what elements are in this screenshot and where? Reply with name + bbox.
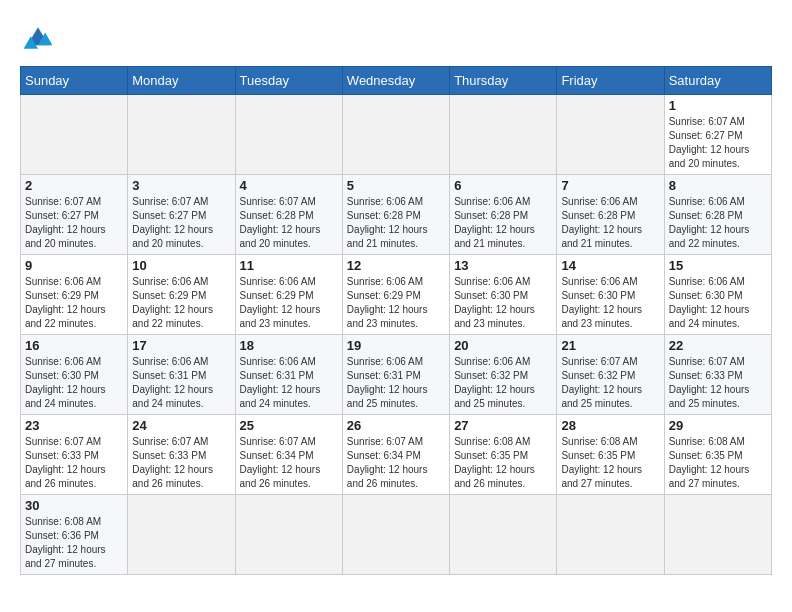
calendar-day-cell: 6Sunrise: 6:06 AM Sunset: 6:28 PM Daylig… [450,175,557,255]
day-number: 15 [669,258,767,273]
calendar-day-cell [450,495,557,575]
day-info: Sunrise: 6:06 AM Sunset: 6:30 PM Dayligh… [25,355,123,411]
calendar-day-cell: 13Sunrise: 6:06 AM Sunset: 6:30 PM Dayli… [450,255,557,335]
calendar-week-row: 23Sunrise: 6:07 AM Sunset: 6:33 PM Dayli… [21,415,772,495]
day-info: Sunrise: 6:06 AM Sunset: 6:29 PM Dayligh… [132,275,230,331]
day-number: 18 [240,338,338,353]
day-number: 2 [25,178,123,193]
calendar-day-cell: 11Sunrise: 6:06 AM Sunset: 6:29 PM Dayli… [235,255,342,335]
calendar-day-cell: 21Sunrise: 6:07 AM Sunset: 6:32 PM Dayli… [557,335,664,415]
day-number: 17 [132,338,230,353]
day-info: Sunrise: 6:07 AM Sunset: 6:34 PM Dayligh… [240,435,338,491]
day-info: Sunrise: 6:07 AM Sunset: 6:33 PM Dayligh… [132,435,230,491]
calendar-day-cell [557,95,664,175]
calendar-day-cell [557,495,664,575]
day-of-week-header: Wednesday [342,67,449,95]
day-number: 29 [669,418,767,433]
day-info: Sunrise: 6:08 AM Sunset: 6:35 PM Dayligh… [669,435,767,491]
day-info: Sunrise: 6:07 AM Sunset: 6:27 PM Dayligh… [669,115,767,171]
calendar-day-cell: 15Sunrise: 6:06 AM Sunset: 6:30 PM Dayli… [664,255,771,335]
day-info: Sunrise: 6:07 AM Sunset: 6:32 PM Dayligh… [561,355,659,411]
day-number: 24 [132,418,230,433]
calendar-day-cell: 8Sunrise: 6:06 AM Sunset: 6:28 PM Daylig… [664,175,771,255]
day-info: Sunrise: 6:07 AM Sunset: 6:34 PM Dayligh… [347,435,445,491]
calendar-week-row: 30Sunrise: 6:08 AM Sunset: 6:36 PM Dayli… [21,495,772,575]
calendar-day-cell: 20Sunrise: 6:06 AM Sunset: 6:32 PM Dayli… [450,335,557,415]
calendar-week-row: 1Sunrise: 6:07 AM Sunset: 6:27 PM Daylig… [21,95,772,175]
days-of-week-row: SundayMondayTuesdayWednesdayThursdayFrid… [21,67,772,95]
day-number: 27 [454,418,552,433]
day-of-week-header: Thursday [450,67,557,95]
calendar-day-cell: 12Sunrise: 6:06 AM Sunset: 6:29 PM Dayli… [342,255,449,335]
calendar-day-cell: 30Sunrise: 6:08 AM Sunset: 6:36 PM Dayli… [21,495,128,575]
day-number: 16 [25,338,123,353]
calendar-day-cell: 1Sunrise: 6:07 AM Sunset: 6:27 PM Daylig… [664,95,771,175]
day-number: 26 [347,418,445,433]
day-number: 28 [561,418,659,433]
day-info: Sunrise: 6:06 AM Sunset: 6:28 PM Dayligh… [347,195,445,251]
day-info: Sunrise: 6:07 AM Sunset: 6:27 PM Dayligh… [132,195,230,251]
day-info: Sunrise: 6:06 AM Sunset: 6:28 PM Dayligh… [669,195,767,251]
day-number: 12 [347,258,445,273]
day-info: Sunrise: 6:07 AM Sunset: 6:27 PM Dayligh… [25,195,123,251]
calendar-header: SundayMondayTuesdayWednesdayThursdayFrid… [21,67,772,95]
calendar-day-cell: 5Sunrise: 6:06 AM Sunset: 6:28 PM Daylig… [342,175,449,255]
day-info: Sunrise: 6:06 AM Sunset: 6:31 PM Dayligh… [132,355,230,411]
calendar-day-cell: 19Sunrise: 6:06 AM Sunset: 6:31 PM Dayli… [342,335,449,415]
calendar-body: 1Sunrise: 6:07 AM Sunset: 6:27 PM Daylig… [21,95,772,575]
day-number: 25 [240,418,338,433]
day-of-week-header: Monday [128,67,235,95]
day-info: Sunrise: 6:06 AM Sunset: 6:30 PM Dayligh… [454,275,552,331]
calendar-day-cell: 27Sunrise: 6:08 AM Sunset: 6:35 PM Dayli… [450,415,557,495]
day-info: Sunrise: 6:06 AM Sunset: 6:32 PM Dayligh… [454,355,552,411]
calendar-day-cell: 18Sunrise: 6:06 AM Sunset: 6:31 PM Dayli… [235,335,342,415]
day-of-week-header: Tuesday [235,67,342,95]
logo-icon [20,20,56,56]
day-of-week-header: Friday [557,67,664,95]
day-number: 7 [561,178,659,193]
calendar-day-cell: 9Sunrise: 6:06 AM Sunset: 6:29 PM Daylig… [21,255,128,335]
day-number: 21 [561,338,659,353]
calendar-day-cell: 14Sunrise: 6:06 AM Sunset: 6:30 PM Dayli… [557,255,664,335]
page-header [20,20,772,56]
calendar-week-row: 2Sunrise: 6:07 AM Sunset: 6:27 PM Daylig… [21,175,772,255]
day-number: 11 [240,258,338,273]
calendar-day-cell: 25Sunrise: 6:07 AM Sunset: 6:34 PM Dayli… [235,415,342,495]
day-info: Sunrise: 6:07 AM Sunset: 6:33 PM Dayligh… [669,355,767,411]
day-info: Sunrise: 6:06 AM Sunset: 6:28 PM Dayligh… [561,195,659,251]
calendar-day-cell: 23Sunrise: 6:07 AM Sunset: 6:33 PM Dayli… [21,415,128,495]
calendar-day-cell: 17Sunrise: 6:06 AM Sunset: 6:31 PM Dayli… [128,335,235,415]
calendar-week-row: 16Sunrise: 6:06 AM Sunset: 6:30 PM Dayli… [21,335,772,415]
day-info: Sunrise: 6:06 AM Sunset: 6:30 PM Dayligh… [561,275,659,331]
day-number: 5 [347,178,445,193]
day-info: Sunrise: 6:06 AM Sunset: 6:30 PM Dayligh… [669,275,767,331]
calendar-day-cell: 29Sunrise: 6:08 AM Sunset: 6:35 PM Dayli… [664,415,771,495]
day-info: Sunrise: 6:06 AM Sunset: 6:29 PM Dayligh… [25,275,123,331]
calendar-day-cell: 7Sunrise: 6:06 AM Sunset: 6:28 PM Daylig… [557,175,664,255]
day-info: Sunrise: 6:08 AM Sunset: 6:35 PM Dayligh… [561,435,659,491]
calendar-day-cell: 26Sunrise: 6:07 AM Sunset: 6:34 PM Dayli… [342,415,449,495]
day-info: Sunrise: 6:08 AM Sunset: 6:35 PM Dayligh… [454,435,552,491]
calendar-day-cell [128,95,235,175]
calendar-day-cell: 10Sunrise: 6:06 AM Sunset: 6:29 PM Dayli… [128,255,235,335]
day-of-week-header: Saturday [664,67,771,95]
day-info: Sunrise: 6:07 AM Sunset: 6:28 PM Dayligh… [240,195,338,251]
day-info: Sunrise: 6:06 AM Sunset: 6:29 PM Dayligh… [347,275,445,331]
day-info: Sunrise: 6:07 AM Sunset: 6:33 PM Dayligh… [25,435,123,491]
day-info: Sunrise: 6:06 AM Sunset: 6:29 PM Dayligh… [240,275,338,331]
day-info: Sunrise: 6:06 AM Sunset: 6:28 PM Dayligh… [454,195,552,251]
calendar-day-cell [664,495,771,575]
day-number: 9 [25,258,123,273]
calendar-day-cell: 24Sunrise: 6:07 AM Sunset: 6:33 PM Dayli… [128,415,235,495]
calendar-day-cell: 3Sunrise: 6:07 AM Sunset: 6:27 PM Daylig… [128,175,235,255]
calendar-week-row: 9Sunrise: 6:06 AM Sunset: 6:29 PM Daylig… [21,255,772,335]
day-number: 1 [669,98,767,113]
day-number: 19 [347,338,445,353]
calendar-day-cell: 2Sunrise: 6:07 AM Sunset: 6:27 PM Daylig… [21,175,128,255]
calendar-day-cell [235,495,342,575]
day-number: 20 [454,338,552,353]
calendar-day-cell [128,495,235,575]
day-number: 4 [240,178,338,193]
day-number: 13 [454,258,552,273]
day-number: 14 [561,258,659,273]
